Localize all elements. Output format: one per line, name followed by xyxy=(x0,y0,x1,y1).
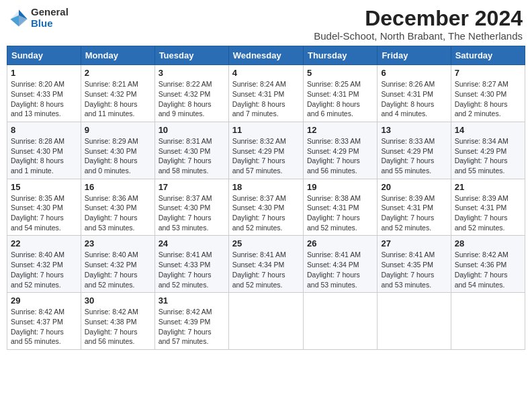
calendar-cell: 13Sunrise: 8:33 AM Sunset: 4:29 PM Dayli… xyxy=(378,122,451,179)
day-number: 28 xyxy=(455,238,521,248)
page-header: General Blue December 2024 Budel-Schoot,… xyxy=(7,7,525,42)
calendar-week-row: 1Sunrise: 8:20 AM Sunset: 4:33 PM Daylig… xyxy=(7,65,525,122)
day-info: Sunrise: 8:26 AM Sunset: 4:31 PM Dayligh… xyxy=(381,79,447,119)
day-number: 17 xyxy=(159,182,225,192)
calendar-cell: 31Sunrise: 8:42 AM Sunset: 4:39 PM Dayli… xyxy=(154,293,228,350)
day-info: Sunrise: 8:21 AM Sunset: 4:32 PM Dayligh… xyxy=(85,79,151,119)
day-number: 22 xyxy=(11,238,77,248)
calendar-cell: 29Sunrise: 8:42 AM Sunset: 4:37 PM Dayli… xyxy=(7,293,81,350)
main-title: December 2024 xyxy=(314,7,523,30)
calendar-cell: 25Sunrise: 8:41 AM Sunset: 4:34 PM Dayli… xyxy=(228,236,303,293)
calendar-cell: 4Sunrise: 8:24 AM Sunset: 4:31 PM Daylig… xyxy=(228,65,303,122)
calendar-table: SundayMondayTuesdayWednesdayThursdayFrid… xyxy=(7,46,525,350)
calendar-cell: 30Sunrise: 8:42 AM Sunset: 4:38 PM Dayli… xyxy=(81,293,154,350)
day-info: Sunrise: 8:39 AM Sunset: 4:31 PM Dayligh… xyxy=(381,193,447,233)
calendar-cell: 20Sunrise: 8:39 AM Sunset: 4:31 PM Dayli… xyxy=(378,179,451,236)
calendar-cell: 15Sunrise: 8:35 AM Sunset: 4:30 PM Dayli… xyxy=(7,179,81,236)
calendar-cell: 23Sunrise: 8:40 AM Sunset: 4:32 PM Dayli… xyxy=(81,236,154,293)
day-number: 29 xyxy=(11,295,77,306)
day-number: 6 xyxy=(381,68,447,78)
calendar-cell: 11Sunrise: 8:32 AM Sunset: 4:29 PM Dayli… xyxy=(228,122,303,179)
logo: General Blue xyxy=(9,7,69,29)
day-number: 20 xyxy=(381,182,447,192)
day-number: 14 xyxy=(455,125,521,135)
logo-text: General Blue xyxy=(31,7,69,29)
day-info: Sunrise: 8:41 AM Sunset: 4:34 PM Dayligh… xyxy=(232,250,300,289)
day-info: Sunrise: 8:33 AM Sunset: 4:29 PM Dayligh… xyxy=(307,136,373,176)
calendar-cell: 22Sunrise: 8:40 AM Sunset: 4:32 PM Dayli… xyxy=(7,236,81,293)
day-header-sunday: Sunday xyxy=(7,46,81,65)
day-number: 9 xyxy=(85,125,151,135)
day-info: Sunrise: 8:36 AM Sunset: 4:30 PM Dayligh… xyxy=(85,193,151,233)
calendar-week-row: 15Sunrise: 8:35 AM Sunset: 4:30 PM Dayli… xyxy=(7,179,525,236)
day-number: 25 xyxy=(232,238,300,248)
day-info: Sunrise: 8:40 AM Sunset: 4:32 PM Dayligh… xyxy=(11,250,77,289)
day-info: Sunrise: 8:41 AM Sunset: 4:35 PM Dayligh… xyxy=(381,250,447,289)
calendar-cell: 19Sunrise: 8:38 AM Sunset: 4:31 PM Dayli… xyxy=(303,179,377,236)
calendar-cell: 3Sunrise: 8:22 AM Sunset: 4:32 PM Daylig… xyxy=(154,65,228,122)
day-info: Sunrise: 8:27 AM Sunset: 4:30 PM Dayligh… xyxy=(455,79,521,119)
day-header-tuesday: Tuesday xyxy=(154,46,228,65)
calendar-cell: 5Sunrise: 8:25 AM Sunset: 4:31 PM Daylig… xyxy=(303,65,377,122)
day-number: 3 xyxy=(159,68,225,78)
calendar-cell xyxy=(228,293,303,350)
calendar-cell: 1Sunrise: 8:20 AM Sunset: 4:33 PM Daylig… xyxy=(7,65,81,122)
day-header-friday: Friday xyxy=(378,46,451,65)
day-info: Sunrise: 8:32 AM Sunset: 4:29 PM Dayligh… xyxy=(232,136,300,176)
day-info: Sunrise: 8:33 AM Sunset: 4:29 PM Dayligh… xyxy=(381,136,447,176)
logo-blue-text: Blue xyxy=(31,18,69,30)
day-info: Sunrise: 8:42 AM Sunset: 4:36 PM Dayligh… xyxy=(455,250,521,289)
day-info: Sunrise: 8:20 AM Sunset: 4:33 PM Dayligh… xyxy=(11,79,77,119)
day-number: 23 xyxy=(85,238,151,248)
calendar-cell xyxy=(378,293,451,350)
logo-icon xyxy=(9,9,28,28)
day-info: Sunrise: 8:29 AM Sunset: 4:30 PM Dayligh… xyxy=(85,136,151,176)
calendar-week-row: 29Sunrise: 8:42 AM Sunset: 4:37 PM Dayli… xyxy=(7,293,525,350)
day-number: 11 xyxy=(232,125,300,135)
day-info: Sunrise: 8:37 AM Sunset: 4:30 PM Dayligh… xyxy=(232,193,300,233)
calendar-cell: 6Sunrise: 8:26 AM Sunset: 4:31 PM Daylig… xyxy=(378,65,451,122)
calendar-cell: 24Sunrise: 8:41 AM Sunset: 4:33 PM Dayli… xyxy=(154,236,228,293)
day-number: 26 xyxy=(307,238,373,248)
day-info: Sunrise: 8:28 AM Sunset: 4:30 PM Dayligh… xyxy=(11,136,77,176)
day-info: Sunrise: 8:41 AM Sunset: 4:33 PM Dayligh… xyxy=(159,250,225,289)
day-info: Sunrise: 8:42 AM Sunset: 4:38 PM Dayligh… xyxy=(85,307,151,347)
day-info: Sunrise: 8:41 AM Sunset: 4:34 PM Dayligh… xyxy=(307,250,373,289)
calendar-week-row: 22Sunrise: 8:40 AM Sunset: 4:32 PM Dayli… xyxy=(7,236,525,293)
day-info: Sunrise: 8:40 AM Sunset: 4:32 PM Dayligh… xyxy=(85,250,151,289)
calendar-cell: 10Sunrise: 8:31 AM Sunset: 4:30 PM Dayli… xyxy=(154,122,228,179)
day-number: 31 xyxy=(159,295,225,306)
title-block: December 2024 Budel-Schoot, North Braban… xyxy=(314,7,523,42)
calendar-cell: 2Sunrise: 8:21 AM Sunset: 4:32 PM Daylig… xyxy=(81,65,154,122)
day-number: 8 xyxy=(11,125,77,135)
day-info: Sunrise: 8:35 AM Sunset: 4:30 PM Dayligh… xyxy=(11,193,77,233)
calendar-cell: 7Sunrise: 8:27 AM Sunset: 4:30 PM Daylig… xyxy=(451,65,525,122)
day-number: 7 xyxy=(455,68,521,78)
day-number: 15 xyxy=(11,182,77,192)
day-header-monday: Monday xyxy=(81,46,154,65)
day-header-saturday: Saturday xyxy=(451,46,525,65)
day-number: 4 xyxy=(232,68,300,78)
calendar-cell xyxy=(451,293,525,350)
calendar-cell: 27Sunrise: 8:41 AM Sunset: 4:35 PM Dayli… xyxy=(378,236,451,293)
day-info: Sunrise: 8:31 AM Sunset: 4:30 PM Dayligh… xyxy=(159,136,225,176)
calendar-cell: 18Sunrise: 8:37 AM Sunset: 4:30 PM Dayli… xyxy=(228,179,303,236)
day-number: 10 xyxy=(159,125,225,135)
day-number: 30 xyxy=(85,295,151,306)
day-number: 12 xyxy=(307,125,373,135)
day-info: Sunrise: 8:42 AM Sunset: 4:39 PM Dayligh… xyxy=(159,307,225,347)
day-info: Sunrise: 8:39 AM Sunset: 4:31 PM Dayligh… xyxy=(455,193,521,233)
day-number: 1 xyxy=(11,68,77,78)
day-number: 24 xyxy=(159,238,225,248)
day-number: 16 xyxy=(85,182,151,192)
calendar-cell: 17Sunrise: 8:37 AM Sunset: 4:30 PM Dayli… xyxy=(154,179,228,236)
day-number: 27 xyxy=(381,238,447,248)
day-number: 13 xyxy=(381,125,447,135)
day-info: Sunrise: 8:34 AM Sunset: 4:29 PM Dayligh… xyxy=(455,136,521,176)
day-number: 18 xyxy=(232,182,300,192)
calendar-header-row: SundayMondayTuesdayWednesdayThursdayFrid… xyxy=(7,46,525,65)
calendar-cell xyxy=(303,293,377,350)
calendar-cell: 28Sunrise: 8:42 AM Sunset: 4:36 PM Dayli… xyxy=(451,236,525,293)
calendar-cell: 12Sunrise: 8:33 AM Sunset: 4:29 PM Dayli… xyxy=(303,122,377,179)
day-info: Sunrise: 8:24 AM Sunset: 4:31 PM Dayligh… xyxy=(232,79,300,119)
